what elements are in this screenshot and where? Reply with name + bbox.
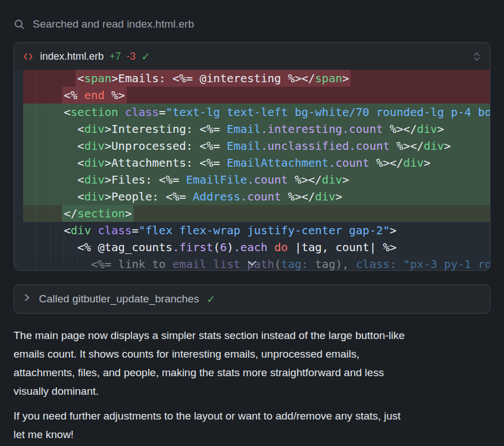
code-diff-body: <span>Emails: <%= @interesting %></span>… <box>14 70 490 271</box>
code-line: <span>Emails: <%= @interesting %></span> <box>23 70 490 87</box>
assistant-message: The main page now displays a simpler sta… <box>14 326 490 444</box>
message-paragraph: If you need further adjustments to the l… <box>14 407 490 444</box>
code-line: <div>Files: <%= EmailFile.count %></div> <box>23 171 490 188</box>
code-line: <div>People: <%= Address.count %></div> <box>23 188 490 205</box>
code-line: </section> <box>23 205 490 222</box>
tool-call-panel[interactable]: Called gitbutler_update_branches ✓ <box>14 284 490 314</box>
diff-deletions-count: -3 <box>127 51 136 63</box>
search-icon <box>14 19 25 30</box>
tool-call-label: Called gitbutler_update_branches <box>39 293 199 305</box>
code-diff-header[interactable]: index.html.erb +7 -3 ✓ <box>14 43 490 70</box>
code-line: <section class="text-lg text-left bg-whi… <box>23 104 490 121</box>
diff-success-check-icon: ✓ <box>142 50 151 63</box>
code-lines: <span>Emails: <%= @interesting %></span>… <box>23 70 490 271</box>
expand-diff-chevron[interactable] <box>247 256 257 270</box>
code-line: <div class="flex flex-wrap justify-cente… <box>23 222 490 239</box>
collapse-expand-icon[interactable] <box>472 51 481 62</box>
diff-additions-count: +7 <box>109 51 121 63</box>
chat-transcript: Searched and read index.html.erb index.h… <box>0 0 504 444</box>
tool-step-header[interactable]: Searched and read index.html.erb <box>14 18 490 30</box>
code-line: <div>Attachments: <%= EmailAttachment.co… <box>23 154 490 171</box>
step-label: Searched and read index.html.erb <box>33 18 194 30</box>
chevron-right-icon <box>24 293 30 305</box>
code-line: <div>Interesting: <%= Email.interesting.… <box>23 121 490 137</box>
code-diff-panel: index.html.erb +7 -3 ✓ <span>Emails: <%=… <box>14 42 490 271</box>
tool-success-check-icon: ✓ <box>206 293 215 306</box>
diff-filename: index.html.erb <box>40 51 104 63</box>
code-line: <% @tag_counts.first(6).each do |tag, co… <box>23 239 490 256</box>
code-brackets-icon <box>23 52 33 61</box>
code-line: <div>Unprocessed: <%= Email.unclassified… <box>23 137 490 154</box>
message-paragraph: The main page now displays a simpler sta… <box>14 326 490 400</box>
code-line: <% end %> <box>23 87 490 104</box>
